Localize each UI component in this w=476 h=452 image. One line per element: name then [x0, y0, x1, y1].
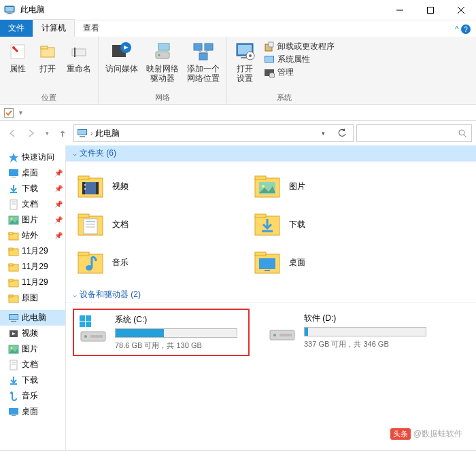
drives-grid: 系统 (C:)78.6 GB 可用，共 130 GB软件 (D:)337 GB …: [66, 303, 476, 362]
open-button[interactable]: 打开: [34, 39, 61, 91]
folder-icon: [252, 171, 282, 201]
sidebar-item[interactable]: 文档: [0, 357, 65, 372]
address-bar[interactable]: › 此电脑 ▾: [73, 124, 354, 142]
folder-item[interactable]: 文档: [73, 205, 250, 243]
sidebar-item[interactable]: 图片📌: [0, 212, 65, 228]
sidebar-item[interactable]: 文档📌: [0, 196, 65, 212]
address-dropdown-icon[interactable]: ▾: [315, 125, 331, 141]
drive-item[interactable]: 系统 (C:)78.6 GB 可用，共 130 GB: [73, 309, 250, 356]
svg-point-104: [84, 335, 87, 338]
nav-recent-dropdown[interactable]: ▾: [42, 125, 52, 141]
quick-access-toolbar: ▼: [0, 105, 476, 121]
nav-back-button[interactable]: [4, 125, 20, 141]
svg-rect-18: [158, 44, 169, 50]
chevron-right-icon[interactable]: ›: [90, 130, 92, 137]
open-settings-button[interactable]: 打开 设置: [231, 39, 258, 91]
sidebar-item[interactable]: 视频: [0, 326, 65, 341]
svg-rect-44: [10, 200, 17, 209]
group-header-drives[interactable]: ⌵ 设备和驱动器 (2): [66, 287, 476, 303]
folder-item[interactable]: 下载: [250, 205, 426, 243]
svg-rect-65: [10, 360, 17, 370]
folder-item[interactable]: 图片: [250, 167, 426, 205]
svg-point-9: [12, 46, 15, 49]
svg-rect-54: [9, 264, 13, 266]
properties-button[interactable]: 属性: [4, 39, 31, 91]
svg-point-28: [249, 54, 252, 57]
uninstall-button[interactable]: 卸载或更改程序: [264, 41, 335, 52]
svg-rect-56: [9, 279, 13, 281]
content-pane[interactable]: ⌵ 文件夹 (6) 视频图片文档下载音乐桌面 ⌵ 设备和驱动器 (2) 系统 (…: [66, 145, 476, 450]
navigation-pane[interactable]: 快速访问 桌面📌下载📌文档📌图片📌站外📌11月2911月2911月29原图 此电…: [0, 145, 66, 450]
folder-name: 文档: [112, 219, 129, 230]
group-header-folders[interactable]: ⌵ 文件夹 (6): [66, 145, 476, 162]
svg-point-17: [158, 54, 160, 56]
access-media-button[interactable]: 访问媒体: [103, 39, 141, 91]
sidebar-item[interactable]: 11月29: [0, 259, 65, 275]
rename-button[interactable]: 重命名: [64, 39, 94, 91]
nav-forward-button[interactable]: [23, 125, 39, 141]
tab-computer[interactable]: 计算机: [33, 19, 75, 37]
sidebar-item[interactable]: 图片: [0, 341, 65, 357]
close-button[interactable]: [445, 0, 476, 20]
svg-point-107: [273, 334, 276, 336]
svg-point-94: [86, 265, 92, 271]
svg-rect-21: [199, 53, 207, 60]
svg-point-34: [269, 73, 275, 78]
svg-rect-19: [194, 44, 202, 50]
svg-rect-96: [255, 252, 266, 256]
tab-file[interactable]: 文件: [0, 20, 33, 37]
drive-name: 系统 (C:): [115, 314, 244, 326]
sidebar-item[interactable]: 11月29: [0, 275, 65, 290]
svg-line-22: [198, 50, 203, 53]
folder-name: 视频: [112, 181, 129, 192]
chevron-down-icon: ⌵: [73, 150, 77, 157]
svg-rect-99: [80, 315, 85, 321]
drive-icon: [267, 313, 297, 343]
sidebar-item[interactable]: 音乐: [0, 388, 65, 404]
sidebar-item[interactable]: 下载: [0, 372, 65, 388]
minimize-button[interactable]: [384, 0, 415, 20]
sidebar-item[interactable]: 桌面: [0, 404, 65, 419]
sidebar-this-pc[interactable]: 此电脑: [0, 310, 65, 326]
add-network-location-button[interactable]: 添加一个 网络位置: [184, 39, 222, 91]
sidebar-item[interactable]: 下载📌: [0, 181, 65, 196]
drive-item[interactable]: 软件 (D:)337 GB 可用，共 346 GB: [263, 309, 440, 356]
window-controls: [384, 0, 476, 20]
sidebar-item[interactable]: 桌面📌: [0, 165, 65, 181]
svg-rect-85: [84, 219, 97, 234]
sidebar-item[interactable]: 站外📌: [0, 228, 65, 243]
sidebar-quick-access[interactable]: 快速访问: [0, 150, 65, 165]
svg-rect-102: [86, 321, 91, 327]
qat-dropdown-icon[interactable]: ▼: [18, 109, 24, 116]
svg-line-23: [203, 50, 209, 53]
maximize-button[interactable]: [415, 0, 445, 20]
svg-rect-98: [265, 270, 270, 271]
svg-rect-58: [9, 295, 13, 297]
svg-rect-37: [78, 130, 86, 135]
folder-item[interactable]: 视频: [73, 167, 250, 205]
refresh-button[interactable]: [334, 125, 350, 141]
search-box[interactable]: [356, 124, 472, 142]
ribbon-help-icon[interactable]: ^ ?: [449, 22, 476, 37]
svg-rect-61: [11, 321, 16, 322]
map-drive-button[interactable]: 映射网络 驱动器: [143, 39, 182, 91]
system-properties-button[interactable]: 系统属性: [264, 54, 335, 65]
folder-item[interactable]: 桌面: [250, 243, 426, 281]
star-icon: [8, 152, 19, 163]
svg-rect-30: [269, 42, 273, 47]
manage-button[interactable]: 管理: [264, 67, 335, 78]
chevron-down-icon: ⌵: [73, 291, 77, 298]
nav-up-button[interactable]: [54, 125, 71, 141]
drive-usage-bar: [304, 327, 426, 336]
svg-rect-20: [205, 44, 213, 50]
svg-rect-76: [96, 182, 99, 194]
sidebar-item[interactable]: 原图: [0, 290, 65, 306]
breadcrumb-thispc[interactable]: 此电脑: [95, 128, 120, 139]
checkbox-icon[interactable]: [4, 108, 14, 118]
folder-item[interactable]: 音乐: [73, 243, 250, 281]
sidebar-item[interactable]: 11月29: [0, 243, 65, 259]
svg-rect-75: [82, 182, 85, 194]
svg-rect-92: [78, 254, 103, 273]
this-pc-icon: [4, 5, 15, 16]
tab-view[interactable]: 查看: [75, 20, 107, 37]
